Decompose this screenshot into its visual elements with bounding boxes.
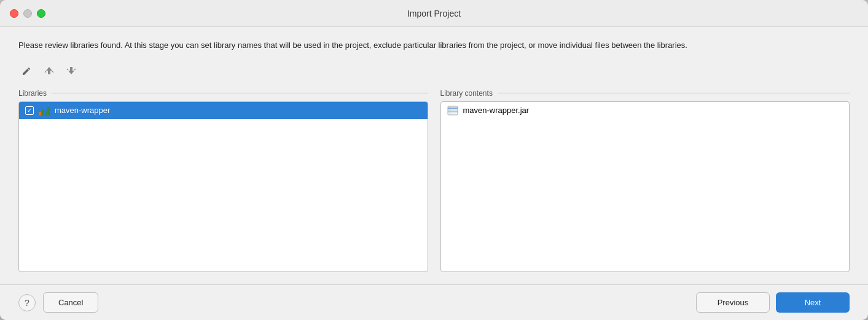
footer-right: Previous Next [696, 292, 850, 313]
svg-rect-2 [448, 111, 458, 112]
pencil-icon [22, 65, 33, 76]
maximize-button[interactable] [37, 9, 45, 18]
close-button[interactable] [10, 9, 18, 18]
libraries-label-row: Libraries [18, 89, 428, 98]
help-button[interactable]: ? [18, 294, 36, 311]
library-name: maven-wrapper [55, 106, 110, 115]
libraries-label: Libraries [18, 89, 47, 98]
move-down-button[interactable] [63, 62, 80, 79]
svg-rect-1 [448, 107, 458, 109]
content-file-name: maven-wrapper.jar [463, 106, 530, 115]
contents-list[interactable]: maven-wrapper.jar [440, 101, 850, 272]
libraries-divider [52, 93, 428, 93]
window-controls [10, 9, 45, 18]
edit-button[interactable] [18, 62, 36, 79]
contents-label: Library contents [440, 89, 493, 98]
libraries-list[interactable]: ✓ maven-wrapper [18, 101, 428, 272]
dialog-title: Import Project [407, 9, 461, 18]
panels-container: Libraries ✓ maven-wrapper [18, 89, 850, 272]
cancel-button[interactable]: Cancel [43, 292, 98, 313]
move-up-icon [44, 65, 55, 76]
import-project-dialog: Import Project Please review libraries f… [0, 0, 868, 320]
minimize-button[interactable] [23, 9, 32, 18]
library-item-maven-wrapper[interactable]: ✓ maven-wrapper [19, 102, 428, 119]
previous-button[interactable]: Previous [696, 292, 770, 313]
footer: ? Cancel Previous Next [0, 284, 868, 320]
help-icon: ? [25, 298, 29, 308]
toolbar [18, 61, 850, 80]
libraries-panel: Libraries ✓ maven-wrapper [18, 89, 428, 272]
contents-label-row: Library contents [440, 89, 850, 98]
footer-left: ? Cancel [18, 292, 98, 313]
contents-divider [498, 93, 850, 93]
next-button[interactable]: Next [776, 292, 850, 313]
move-down-icon [66, 65, 77, 76]
jar-icon [447, 106, 458, 115]
library-checkbox[interactable]: ✓ [25, 106, 34, 115]
dialog-body: Please review libraries found. At this s… [0, 27, 868, 284]
library-chart-icon [39, 106, 50, 115]
contents-panel: Library contents maven-wrapper.jar [440, 89, 850, 272]
content-item-maven-wrapper-jar[interactable]: maven-wrapper.jar [441, 102, 850, 119]
move-up-button[interactable] [41, 62, 58, 79]
description-text: Please review libraries found. At this s… [18, 39, 850, 52]
title-bar: Import Project [0, 0, 868, 27]
